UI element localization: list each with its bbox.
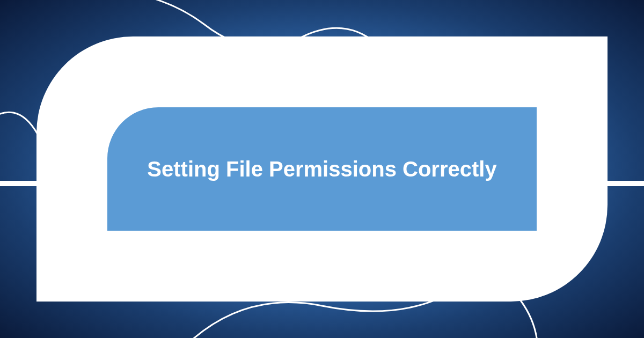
inner-card: Setting File Permissions Correctly — [107, 107, 537, 231]
page-title: Setting File Permissions Correctly — [115, 155, 529, 183]
